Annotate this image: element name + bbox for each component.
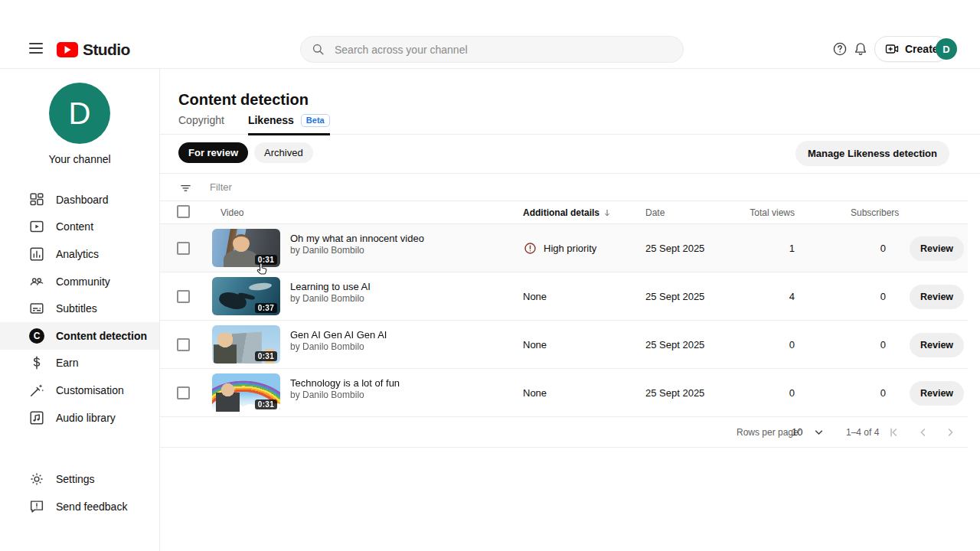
select-all-checkbox[interactable] xyxy=(177,205,190,218)
tab-bar: Copyright Likeness Beta xyxy=(160,106,980,135)
duration-badge: 0:31 xyxy=(255,399,277,409)
total-views-cell: 4 xyxy=(718,272,795,321)
table-row[interactable]: 0:37 Learning to use AI by Danilo Bombil… xyxy=(160,272,968,321)
chip-for-review[interactable]: For review xyxy=(178,142,248,163)
sidebar-item-customisation[interactable]: Customisation xyxy=(0,377,159,404)
row-checkbox[interactable] xyxy=(177,242,190,255)
sidebar-item-label: Send feedback xyxy=(56,500,127,513)
additional-details-cell: None xyxy=(523,321,547,368)
video-byline: by Danilo Bombilo xyxy=(290,245,364,256)
sidebar-item-analytics[interactable]: Analytics xyxy=(0,240,159,268)
review-button[interactable]: Review xyxy=(910,285,964,309)
chip-archived[interactable]: Archived xyxy=(254,142,313,163)
account-avatar[interactable]: D xyxy=(936,38,957,60)
youtube-studio-app: Studio Create D D Your channel Dashboard… xyxy=(0,0,980,551)
review-button[interactable]: Review xyxy=(910,333,964,357)
total-views-cell: 1 xyxy=(718,224,795,272)
dashboard-icon xyxy=(28,191,45,208)
next-page-icon[interactable] xyxy=(943,425,957,439)
sidebar-item-settings[interactable]: Settings xyxy=(0,465,159,493)
sidebar-item-earn[interactable]: Earn xyxy=(0,350,159,377)
sidebar-item-label: Community xyxy=(56,276,110,288)
search-input[interactable] xyxy=(333,43,673,57)
row-checkbox[interactable] xyxy=(177,386,190,399)
video-thumbnail[interactable]: 0:31 xyxy=(212,229,280,267)
create-camera-plus-icon xyxy=(884,41,900,57)
search-icon xyxy=(311,42,325,57)
sidebar-item-label: Content detection xyxy=(56,330,147,342)
youtube-play-icon xyxy=(57,42,78,57)
sidebar-item-label: Analytics xyxy=(56,248,99,260)
table-row[interactable]: 0:31 Gen AI Gen AI Gen AI by Danilo Bomb… xyxy=(160,321,968,369)
tab-likeness[interactable]: Likeness Beta xyxy=(248,106,330,135)
analytics-icon xyxy=(28,246,45,262)
youtube-studio-logo[interactable]: Studio xyxy=(57,41,130,59)
brand-text: Studio xyxy=(83,41,130,59)
row-checkbox[interactable] xyxy=(177,290,190,303)
review-button[interactable]: Review xyxy=(910,381,964,406)
video-byline: by Danilo Bombilo xyxy=(290,390,364,400)
video-byline: by Danilo Bombilo xyxy=(290,341,364,352)
total-views-cell: 0 xyxy=(718,321,795,369)
video-title: Learning to use AI xyxy=(290,281,371,292)
sidebar-item-label: Customisation xyxy=(56,384,124,396)
view-chips: For reviewArchived xyxy=(178,142,313,163)
table-body: 0:31 Oh my what an innocent video by Dan… xyxy=(160,224,968,417)
table-header: Video Additional details Date Total view… xyxy=(160,201,968,224)
subscribers-cell: 0 xyxy=(809,272,886,321)
sidebar-item-audio-library[interactable]: Audio library xyxy=(0,404,159,432)
review-button[interactable]: Review xyxy=(910,236,964,261)
sidebar-item-label: Settings xyxy=(56,473,95,485)
date-cell: 25 Sept 2025 xyxy=(645,321,704,368)
sort-desc-icon xyxy=(602,207,612,218)
top-bar: Studio Create D xyxy=(0,0,980,69)
menu-icon[interactable] xyxy=(29,43,43,54)
sidebar-footer: Settings Send feedback xyxy=(0,465,159,520)
table-row[interactable]: 0:31 Technology is a lot of fun by Danil… xyxy=(160,369,968,417)
additional-details-label: None xyxy=(523,387,547,399)
sidebar-item-send-feedback[interactable]: Send feedback xyxy=(0,493,159,520)
search-bar[interactable] xyxy=(300,36,684,63)
filter-icon xyxy=(179,181,192,194)
audio-library-icon xyxy=(28,409,45,426)
video-title: Technology is a lot of fun xyxy=(290,377,400,389)
content-detection-icon: C xyxy=(28,328,45,344)
rows-per-page-value[interactable]: 10 xyxy=(792,426,802,438)
sidebar-item-label: Audio library xyxy=(56,412,116,424)
first-page-icon[interactable] xyxy=(887,425,900,439)
table-row[interactable]: 0:31 Oh my what an innocent video by Dan… xyxy=(160,224,968,272)
video-thumbnail[interactable]: 0:31 xyxy=(212,325,280,364)
chevron-down-icon[interactable] xyxy=(812,425,825,439)
duration-badge: 0:31 xyxy=(255,351,277,361)
help-icon[interactable] xyxy=(831,41,848,57)
subscribers-cell: 0 xyxy=(809,321,886,369)
row-checkbox[interactable] xyxy=(177,338,190,351)
sidebar-item-dashboard[interactable]: Dashboard xyxy=(0,186,159,214)
content-icon xyxy=(28,218,45,235)
sidebar-item-content[interactable]: Content xyxy=(0,214,159,241)
channel-label: Your channel xyxy=(0,153,159,165)
sidebar-item-content-detection[interactable]: C Content detection xyxy=(0,322,159,350)
manage-likeness-detection-button[interactable]: Manage Likeness detection xyxy=(795,141,949,166)
additional-details-label: High priority xyxy=(544,243,596,254)
column-total-views: Total views xyxy=(718,207,795,218)
date-cell: 25 Sept 2025 xyxy=(645,369,704,416)
tab-copyright[interactable]: Copyright xyxy=(178,106,224,135)
video-thumbnail[interactable]: 0:31 xyxy=(212,373,280,412)
subscribers-cell: 0 xyxy=(809,369,886,417)
notifications-bell-icon[interactable] xyxy=(852,41,869,57)
video-thumbnail[interactable]: 0:37 xyxy=(212,277,280,315)
date-cell: 25 Sept 2025 xyxy=(645,272,704,320)
high-priority-icon xyxy=(523,241,537,256)
sidebar-item-community[interactable]: Community xyxy=(0,268,159,295)
sidebar-item-subtitles[interactable]: Subtitles xyxy=(0,295,159,322)
channel-avatar[interactable]: D xyxy=(49,83,110,144)
additional-details-label: None xyxy=(523,339,547,350)
filter-bar[interactable]: Filter xyxy=(160,173,980,201)
sidebar-nav: Dashboard Content Analytics Community Su… xyxy=(0,186,159,431)
column-subscribers: Subscribers xyxy=(851,207,899,218)
column-additional-details[interactable]: Additional details xyxy=(523,207,612,218)
previous-page-icon[interactable] xyxy=(916,425,930,439)
customisation-icon xyxy=(28,382,45,399)
total-views-cell: 0 xyxy=(718,369,795,417)
